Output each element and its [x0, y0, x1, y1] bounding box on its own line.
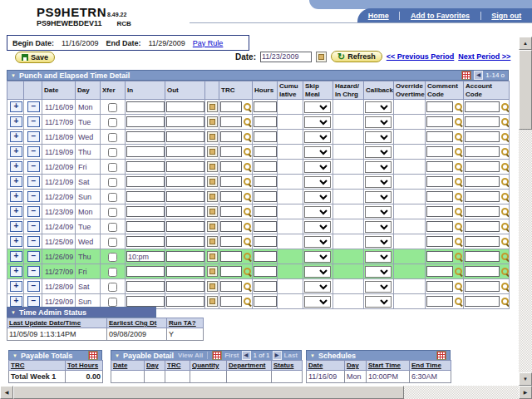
account-lookup-icon[interactable] [500, 252, 510, 261]
hours-input[interactable] [254, 161, 277, 172]
schedules-column-header[interactable]: End Time [410, 361, 451, 371]
comment-lookup-icon[interactable] [454, 147, 463, 156]
scroll-up-icon[interactable]: ▲ [519, 37, 532, 50]
delete-row-button[interactable]: − [27, 161, 40, 172]
comment-lookup-icon[interactable] [454, 117, 463, 126]
trc-input[interactable] [220, 206, 242, 217]
skip-meal-select[interactable] [304, 191, 331, 203]
delete-row-button[interactable]: − [27, 266, 40, 277]
account-lookup-icon[interactable] [500, 147, 510, 156]
account-lookup-icon[interactable] [500, 132, 510, 141]
comment-code-input[interactable] [426, 206, 453, 217]
trc-input[interactable] [220, 251, 242, 262]
xfer-checkbox[interactable] [108, 283, 117, 292]
account-lookup-icon[interactable] [500, 102, 510, 111]
pager-next-icon[interactable]: ▶ [273, 351, 282, 360]
hours-input[interactable] [254, 266, 277, 277]
add-row-button[interactable]: + [10, 266, 22, 277]
skip-meal-select[interactable] [304, 221, 331, 233]
comment-code-input[interactable] [426, 281, 453, 292]
payable-detail-column-header[interactable]: TRC [165, 361, 190, 371]
time-detail-icon[interactable] [207, 296, 218, 307]
callback-select[interactable] [365, 161, 392, 173]
time-detail-icon[interactable] [207, 116, 218, 127]
delete-row-button[interactable]: − [27, 131, 40, 142]
out-input[interactable] [166, 116, 204, 127]
trc-input[interactable] [220, 281, 242, 292]
download-grid-icon[interactable] [212, 351, 222, 360]
account-lookup-icon[interactable] [500, 162, 510, 171]
delete-row-button[interactable]: − [27, 116, 40, 127]
payable-totals-column-header[interactable]: TRC [9, 361, 66, 371]
save-button[interactable]: Save [15, 52, 55, 63]
out-input[interactable] [166, 266, 204, 277]
schedules-column-header[interactable]: Date [307, 361, 345, 371]
vertical-scrollbar[interactable]: ▲ ▼ [519, 37, 532, 386]
trc-lookup-icon[interactable] [243, 177, 252, 186]
skip-meal-select[interactable] [304, 176, 331, 188]
time-detail-icon[interactable] [207, 176, 218, 187]
nav-add-favorites-link[interactable]: Add to Favorites [411, 12, 470, 20]
account-code-input[interactable] [465, 266, 500, 277]
scroll-left-icon[interactable]: ◀ [0, 386, 13, 399]
delete-row-button[interactable]: − [27, 236, 40, 247]
in-input[interactable] [126, 206, 165, 217]
comment-code-input[interactable] [426, 266, 453, 277]
callback-select[interactable] [365, 176, 392, 188]
add-row-button[interactable]: + [10, 236, 22, 247]
delete-row-button[interactable]: − [27, 206, 40, 217]
next-period-link[interactable]: Next Period >> [458, 52, 510, 61]
trc-lookup-icon[interactable] [243, 207, 252, 216]
time-detail-icon[interactable] [207, 161, 218, 172]
comment-code-input[interactable] [426, 251, 453, 262]
account-lookup-icon[interactable] [500, 267, 510, 276]
hours-input[interactable] [254, 236, 277, 247]
hours-input[interactable] [254, 116, 277, 127]
account-code-input[interactable] [465, 206, 500, 217]
time-admin-column-header[interactable]: Earliest Chg Dt [107, 318, 167, 328]
hours-input[interactable] [254, 251, 277, 262]
comment-lookup-icon[interactable] [454, 177, 463, 186]
out-input[interactable] [166, 296, 204, 307]
time-detail-icon[interactable] [207, 131, 218, 142]
trc-input[interactable] [220, 146, 242, 157]
out-input[interactable] [166, 206, 204, 217]
in-input[interactable] [126, 281, 165, 292]
delete-row-button[interactable]: − [27, 146, 40, 157]
xfer-checkbox[interactable] [108, 193, 117, 202]
delete-row-button[interactable]: − [27, 176, 40, 187]
account-lookup-icon[interactable] [500, 282, 510, 291]
xfer-checkbox[interactable] [108, 163, 117, 172]
add-row-button[interactable]: + [10, 116, 22, 127]
account-code-input[interactable] [465, 116, 500, 127]
delete-row-button[interactable]: − [27, 251, 40, 262]
trc-input[interactable] [220, 131, 242, 142]
callback-select[interactable] [365, 116, 392, 128]
callback-select[interactable] [365, 236, 392, 248]
time-detail-icon[interactable] [207, 191, 218, 202]
account-code-input[interactable] [465, 251, 500, 262]
add-row-button[interactable]: + [10, 296, 22, 307]
callback-select[interactable] [365, 296, 392, 308]
account-code-input[interactable] [465, 176, 500, 187]
comment-lookup-icon[interactable] [454, 162, 463, 171]
trc-input[interactable] [220, 266, 242, 277]
time-detail-icon[interactable] [207, 146, 218, 157]
trc-lookup-icon[interactable] [243, 267, 252, 276]
callback-select[interactable] [365, 266, 392, 278]
delete-row-button[interactable]: − [27, 281, 40, 292]
skip-meal-select[interactable] [304, 236, 331, 248]
comment-lookup-icon[interactable] [454, 252, 463, 261]
delete-row-button[interactable]: − [27, 191, 40, 202]
comment-code-input[interactable] [426, 236, 453, 247]
in-input[interactable] [126, 101, 165, 112]
payable-detail-column-header[interactable]: Date [111, 361, 145, 371]
comment-lookup-icon[interactable] [454, 237, 463, 246]
account-code-input[interactable] [465, 191, 500, 202]
trc-input[interactable] [220, 116, 242, 127]
in-input[interactable] [126, 131, 165, 142]
in-input[interactable] [126, 266, 165, 277]
comment-lookup-icon[interactable] [454, 282, 463, 291]
horizontal-scrollbar[interactable]: ◀ ▶ [0, 386, 532, 399]
trc-lookup-icon[interactable] [243, 297, 252, 306]
